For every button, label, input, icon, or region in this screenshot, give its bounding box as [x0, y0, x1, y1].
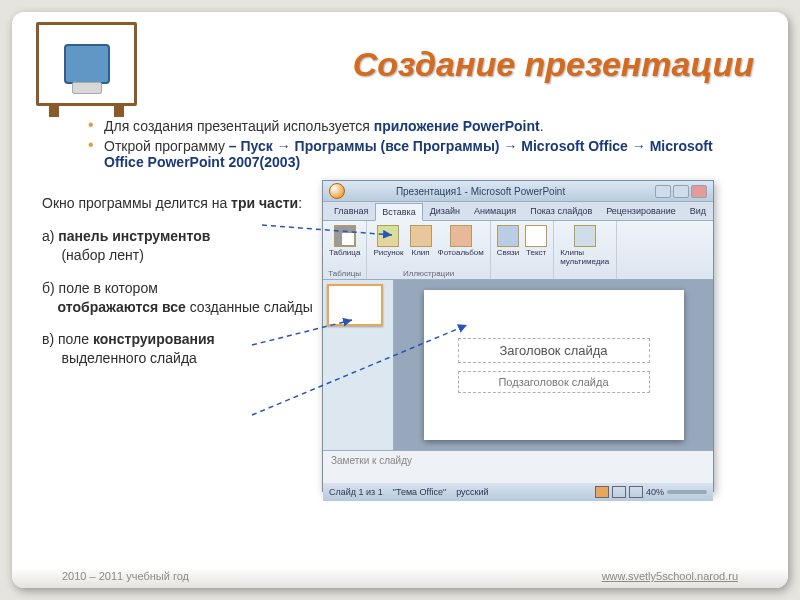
ribbon-group-links: Связи Текст	[491, 221, 554, 279]
t: Окно программы делится на	[42, 195, 231, 211]
ribbon-tab[interactable]: Показ слайдов	[523, 202, 599, 220]
text: .	[540, 118, 544, 134]
window-controls	[655, 185, 707, 198]
text: Открой программу	[104, 138, 229, 154]
btn-label: Клипы мультимедиа	[560, 248, 610, 266]
picture-icon	[377, 225, 399, 247]
t: панель инструментов	[58, 228, 210, 244]
office-button-icon[interactable]	[329, 183, 345, 199]
btn-label: Фотоальбом	[438, 248, 484, 257]
slide-card: Создание презентации Для создания презен…	[12, 12, 788, 588]
group-label: Иллюстрации	[403, 269, 454, 278]
media-icon	[574, 225, 596, 247]
status-bar: Слайд 1 из 1 "Тема Office" русский 40%	[323, 483, 713, 501]
window-title: Презентация1 - Microsoft PowerPoint	[396, 186, 565, 197]
group-label: Таблицы	[328, 269, 361, 278]
middle-row: Окно программы делится на три части: а) …	[42, 180, 758, 492]
footer: 2010 – 2011 учебный год www.svetly5schoo…	[12, 570, 788, 582]
insert-links-button[interactable]: Связи	[495, 224, 521, 258]
pp-titlebar: Презентация1 - Microsoft PowerPoint	[323, 181, 713, 202]
ribbon-tab[interactable]: Анимация	[467, 202, 523, 220]
t: выделенного слайда	[58, 350, 197, 366]
status-theme: "Тема Office"	[393, 487, 446, 497]
minimize-icon[interactable]	[655, 185, 671, 198]
subtitle-placeholder[interactable]: Подзаголовок слайда	[458, 371, 650, 393]
slide-canvas[interactable]: Заголовок слайда Подзаголовок слайда	[394, 280, 713, 450]
t: а)	[42, 228, 58, 244]
t: б) поле в котором	[42, 280, 158, 296]
insert-album-button[interactable]: Фотоальбом	[436, 224, 486, 258]
clip-icon	[410, 225, 432, 247]
t: конструирования	[93, 331, 215, 347]
view-show-icon[interactable]	[629, 486, 643, 498]
bullet-item: Открой программу – Пуск → Программы (все…	[88, 138, 752, 170]
status-lang: русский	[456, 487, 488, 497]
powerpoint-window: Презентация1 - Microsoft PowerPoint Глав…	[322, 180, 714, 492]
ribbon-tab[interactable]: Вид	[683, 202, 713, 220]
ribbon-tab[interactable]: Дизайн	[423, 202, 467, 220]
status-slide: Слайд 1 из 1	[329, 487, 383, 497]
notes-pane[interactable]: Заметки к слайду	[323, 450, 713, 483]
insert-clip-button[interactable]: Клип	[408, 224, 434, 258]
ribbon-tab[interactable]: Рецензирование	[599, 202, 683, 220]
t: отображаются все	[58, 299, 190, 315]
ribbon-group-tables: Таблица Таблицы	[323, 221, 367, 279]
maximize-icon[interactable]	[673, 185, 689, 198]
t: в) поле	[42, 331, 93, 347]
bullet-item: Для создания презентаций используется пр…	[88, 118, 752, 134]
table-icon	[334, 225, 356, 247]
text-strong: приложение PowerPoint	[374, 118, 540, 134]
page-title: Создание презентации	[167, 45, 764, 84]
title-placeholder[interactable]: Заголовок слайда	[458, 338, 650, 363]
pp-body: Заголовок слайда Подзаголовок слайда	[323, 280, 713, 450]
footer-left: 2010 – 2011 учебный год	[62, 570, 189, 582]
ribbon-tab[interactable]: Главная	[327, 202, 375, 220]
zoom-slider[interactable]	[667, 490, 707, 494]
btn-label: Связи	[497, 248, 519, 257]
insert-table-button[interactable]: Таблица	[327, 224, 362, 258]
insert-media-button[interactable]: Клипы мультимедиа	[558, 224, 612, 267]
ribbon-tab-active[interactable]: Вставка	[375, 203, 422, 221]
zoom-value: 40%	[646, 487, 664, 497]
insert-picture-button[interactable]: Рисунок	[371, 224, 405, 258]
btn-label: Клип	[411, 248, 429, 257]
view-sorter-icon[interactable]	[612, 486, 626, 498]
easel-logo	[36, 22, 137, 106]
ribbon-tabs: Главная Вставка Дизайн Анимация Показ сл…	[323, 202, 713, 221]
zoom-control[interactable]: 40%	[595, 486, 707, 498]
insert-text-button[interactable]: Текст	[523, 224, 549, 258]
bullet-list: Для создания презентаций используется пр…	[48, 118, 752, 170]
description-text: Окно программы делится на три части: а) …	[42, 180, 322, 492]
t: (набор лент)	[58, 247, 144, 263]
album-icon	[450, 225, 472, 247]
btn-label: Рисунок	[373, 248, 403, 257]
t: три части	[231, 195, 298, 211]
computer-icon	[64, 44, 110, 84]
view-normal-icon[interactable]	[595, 486, 609, 498]
slide-panel[interactable]	[323, 280, 394, 450]
btn-label: Таблица	[329, 248, 360, 257]
ribbon-group-illustrations: Рисунок Клип Фотоальбом Иллюстрации	[367, 221, 490, 279]
links-icon	[497, 225, 519, 247]
text: Для создания презентаций используется	[104, 118, 374, 134]
footer-link[interactable]: www.svetly5school.narod.ru	[602, 570, 738, 582]
t: созданные слайды	[190, 299, 313, 315]
slide-preview: Заголовок слайда Подзаголовок слайда	[424, 290, 684, 440]
close-icon[interactable]	[691, 185, 707, 198]
btn-label: Текст	[526, 248, 546, 257]
header: Создание презентации	[12, 12, 788, 112]
ribbon-group-media: Клипы мультимедиа	[554, 221, 617, 279]
ribbon: Таблица Таблицы Рисунок Клип Фотоальбом …	[323, 221, 713, 280]
text-icon	[525, 225, 547, 247]
slide-thumbnail[interactable]	[327, 284, 383, 326]
